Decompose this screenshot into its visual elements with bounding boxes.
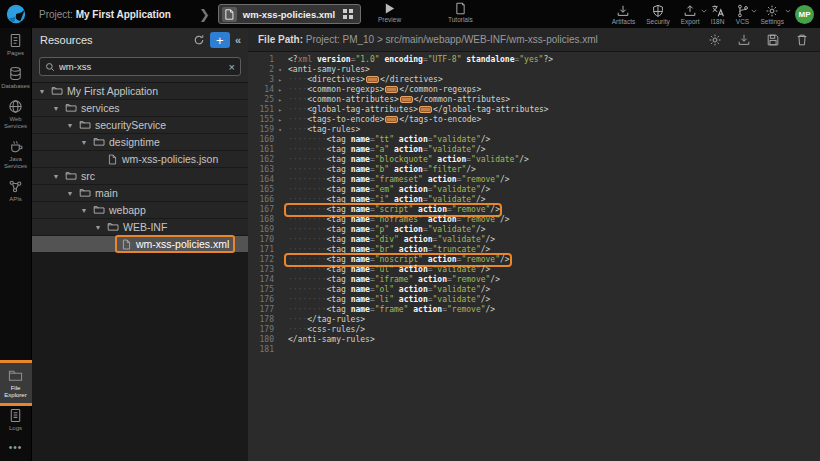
search-input[interactable] (59, 61, 229, 72)
code-line-3[interactable]: 3▸····<directives></directives> (248, 75, 820, 85)
code-line-164[interactable]: 164········<tag name="frameset" action="… (248, 175, 820, 185)
expand-arrow-icon[interactable]: ▼ (51, 173, 61, 180)
code-line-165[interactable]: 165········<tag name="em" action="valida… (248, 185, 820, 195)
add-resource-button[interactable]: + (210, 32, 230, 48)
fold-gutter-icon[interactable]: ▾ (274, 65, 286, 75)
fold-widget[interactable] (400, 96, 413, 103)
user-avatar[interactable]: MP (795, 5, 814, 24)
tree-item-wm-xss-policies-json[interactable]: wm-xss-policies.json (32, 151, 248, 168)
code-editor[interactable]: 1<?xml version="1.0" encoding="UTF-8" st… (248, 52, 820, 355)
tree-item-main[interactable]: ▼ main (32, 185, 248, 202)
code-line-25[interactable]: 25▸····<common-attributes></common-attri… (248, 95, 820, 105)
topbar-action-vcs[interactable]: VCS (736, 4, 750, 25)
tree-item-src[interactable]: ▼ src (32, 168, 248, 185)
code-line-151[interactable]: 151▸····<global-tag-attributes></global-… (248, 105, 820, 115)
code-line-1[interactable]: 1<?xml version="1.0" encoding="UTF-8" st… (248, 55, 820, 65)
tree-item-web-inf[interactable]: ▼ WEB-INF (32, 219, 248, 236)
code-line-166[interactable]: 166········<tag name="i" action="validat… (248, 195, 820, 205)
tree-item-webapp[interactable]: ▼ webapp (32, 202, 248, 219)
fold-gutter-icon[interactable]: ▸ (274, 85, 286, 95)
code-line-180[interactable]: 180</anti-samy-rules> (248, 335, 820, 345)
project-label: Project: (39, 9, 73, 20)
folder-icon (79, 119, 91, 131)
clear-search-icon[interactable]: × (229, 61, 235, 73)
expand-arrow-icon[interactable]: ▼ (65, 190, 75, 197)
sidebar-item-java-services[interactable]: Java Services (0, 134, 32, 174)
code-line-172[interactable]: 172········<tag name="noscript" action="… (248, 255, 820, 265)
fold-gutter-icon[interactable]: ▸ (274, 105, 286, 115)
folder-icon (65, 102, 77, 114)
tree-item-designtime[interactable]: ▼ designtime (32, 134, 248, 151)
fold-gutter-icon[interactable]: ▾ (274, 125, 286, 135)
code-line-169[interactable]: 169········<tag name="p" action="validat… (248, 225, 820, 235)
save-icon[interactable] (765, 32, 781, 48)
fold-gutter-icon[interactable]: ▸ (274, 75, 286, 85)
topbar-action-export[interactable]: Export (681, 4, 700, 25)
download-icon[interactable] (736, 32, 752, 48)
code-line-176[interactable]: 176········<tag name="li" action="valida… (248, 295, 820, 305)
topbar-action-i18n[interactable]: I18N (711, 4, 725, 25)
sidebar-item-databases[interactable]: Databases (0, 61, 32, 94)
fold-widget[interactable] (385, 116, 398, 123)
fold-widget[interactable] (419, 106, 432, 113)
code-line-178[interactable]: 178····</tag-rules> (248, 315, 820, 325)
expand-arrow-icon[interactable]: ▼ (79, 139, 89, 146)
fold-widget[interactable] (366, 76, 379, 83)
sidebar-item-logs[interactable]: Logs (0, 403, 32, 436)
delete-trash-icon[interactable] (794, 32, 810, 48)
folder-icon (93, 204, 105, 216)
tree-item-wm-xss-policies-xml[interactable]: wm-xss-policies.xml (32, 236, 248, 253)
sidebar-item-file-explorer[interactable]: File Explorer (0, 363, 32, 403)
tree-item-securityservice[interactable]: ▼ securityService (32, 117, 248, 134)
sidebar-item-web-services[interactable]: Web Services (0, 94, 32, 134)
expand-arrow-icon[interactable]: ▼ (37, 88, 47, 95)
code-line-161[interactable]: 161········<tag name="a" action="validat… (248, 145, 820, 155)
code-text: </anti-samy-rules> (286, 335, 375, 345)
app-logo-icon[interactable] (5, 3, 27, 25)
expand-arrow-icon[interactable]: ▼ (51, 105, 61, 112)
topbar-action-artifacts[interactable]: Artifacts (612, 4, 635, 25)
tab-grid-icon[interactable] (343, 9, 353, 19)
code-line-160[interactable]: 160········<tag name="tt" action="valida… (248, 135, 820, 145)
expand-arrow-icon[interactable]: ▼ (79, 207, 89, 214)
topbar-action-preview[interactable]: Preview (378, 2, 401, 23)
code-line-175[interactable]: 175········<tag name="ol" action="valida… (248, 285, 820, 295)
code-line-174[interactable]: 174········<tag name="iframe" action="re… (248, 275, 820, 285)
fold-gutter-icon[interactable]: ▸ (274, 115, 286, 125)
code-line-171[interactable]: 171········<tag name="br" action="trunca… (248, 245, 820, 255)
tab-wm-xss-policies[interactable]: wm-xss-policies.xml (218, 4, 361, 24)
code-line-159[interactable]: 159▾····<tag-rules> (248, 125, 820, 135)
code-line-181[interactable]: 181 (248, 345, 820, 355)
line-number: 174 (248, 275, 274, 285)
collapse-panel-icon[interactable]: « (232, 34, 244, 46)
code-line-173[interactable]: 173········<tag name="ul" action="valida… (248, 265, 820, 275)
refresh-icon[interactable] (190, 31, 208, 49)
code-line-155[interactable]: 155▸····<tags-to-encode></tags-to-encode… (248, 115, 820, 125)
code-line-177[interactable]: 177········<tag name="frame" action="rem… (248, 305, 820, 315)
code-line-162[interactable]: 162········<tag name="blockquote" action… (248, 155, 820, 165)
expand-arrow-icon[interactable]: ▼ (93, 224, 103, 231)
sidebar-item-pages[interactable]: Pages (0, 28, 32, 61)
sidebar-more-icon[interactable]: ••• (9, 436, 23, 461)
topbar-action-settings[interactable]: Settings (761, 4, 785, 25)
tree-item-my-first-application[interactable]: ▼ My First Application (32, 83, 248, 100)
topbar-action-tutorials[interactable]: Tutorials (448, 2, 473, 23)
settings-gear-icon[interactable] (707, 32, 723, 48)
code-line-163[interactable]: 163········<tag name="b" action="filter"… (248, 165, 820, 175)
fold-gutter-icon[interactable]: ▸ (274, 95, 286, 105)
code-line-170[interactable]: 170········<tag name="div" action="valid… (248, 235, 820, 245)
code-line-179[interactable]: 179····<css-rules/> (248, 325, 820, 335)
line-number: 170 (248, 235, 274, 245)
code-line-167[interactable]: 167········<tag name="script" action="re… (248, 205, 820, 215)
tree-item-services[interactable]: ▼ services (32, 100, 248, 117)
topbar-action-security[interactable]: Security (646, 4, 669, 25)
fold-widget[interactable] (385, 86, 398, 93)
expand-arrow-icon[interactable]: ▼ (65, 122, 75, 129)
code-line-14[interactable]: 14▸····<common-regexps></common-regexps> (248, 85, 820, 95)
search-box[interactable]: × (39, 57, 241, 76)
search-icon (45, 62, 55, 72)
project-breadcrumb[interactable]: Project: My First Application (39, 9, 171, 20)
sidebar-item-apis[interactable]: APIs (0, 174, 32, 207)
code-line-2[interactable]: 2▾<anti-samy-rules> (248, 65, 820, 75)
code-line-168[interactable]: 168········<tag name="noframes" action="… (248, 215, 820, 225)
